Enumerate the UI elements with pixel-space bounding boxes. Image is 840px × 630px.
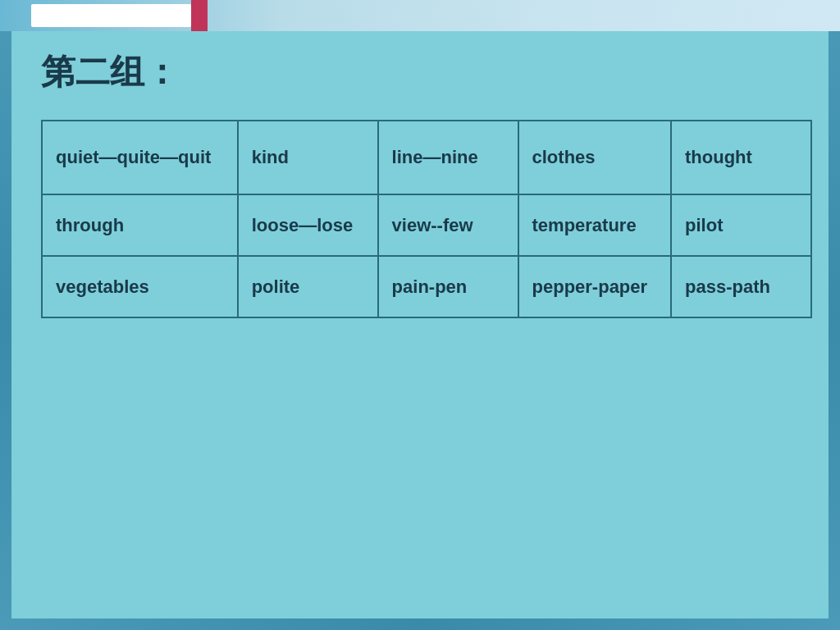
- top-bar: [0, 0, 840, 31]
- table-cell: pass-path: [671, 256, 811, 317]
- page-wrapper: 第二组： quiet—quite—quit kind line—nine clo…: [0, 0, 840, 630]
- table-cell: loose—lose: [238, 194, 378, 256]
- section-title: 第二组：: [41, 49, 815, 95]
- table-cell: clothes: [518, 121, 672, 194]
- table-cell: vegetables: [42, 256, 238, 317]
- table-cell: pepper-paper: [518, 256, 672, 317]
- table-cell: quiet—quite—quit: [42, 121, 238, 194]
- table-cell: pain-pen: [378, 256, 518, 317]
- table-cell: kind: [238, 121, 378, 194]
- left-border-accent: [0, 0, 11, 630]
- content-area: 第二组： quiet—quite—quit kind line—nine clo…: [25, 41, 815, 614]
- right-border-accent: [829, 0, 840, 630]
- table-cell: line—nine: [378, 121, 518, 194]
- table-cell: polite: [238, 256, 378, 317]
- table-cell: through: [42, 194, 238, 256]
- bottom-border-accent: [0, 619, 840, 630]
- table-row: through loose—lose view--few temperature…: [42, 194, 811, 256]
- top-bar-white-box: [31, 4, 191, 27]
- table-cell: thought: [671, 121, 811, 194]
- table-row: vegetables polite pain-pen pepper-paper …: [42, 256, 811, 317]
- table-cell: view--few: [378, 194, 518, 256]
- table-row: quiet—quite—quit kind line—nine clothes …: [42, 121, 811, 194]
- top-bar-accent: [191, 0, 208, 31]
- table-cell: temperature: [518, 194, 672, 256]
- vocab-table: quiet—quite—quit kind line—nine clothes …: [41, 120, 812, 318]
- table-cell: pilot: [671, 194, 811, 256]
